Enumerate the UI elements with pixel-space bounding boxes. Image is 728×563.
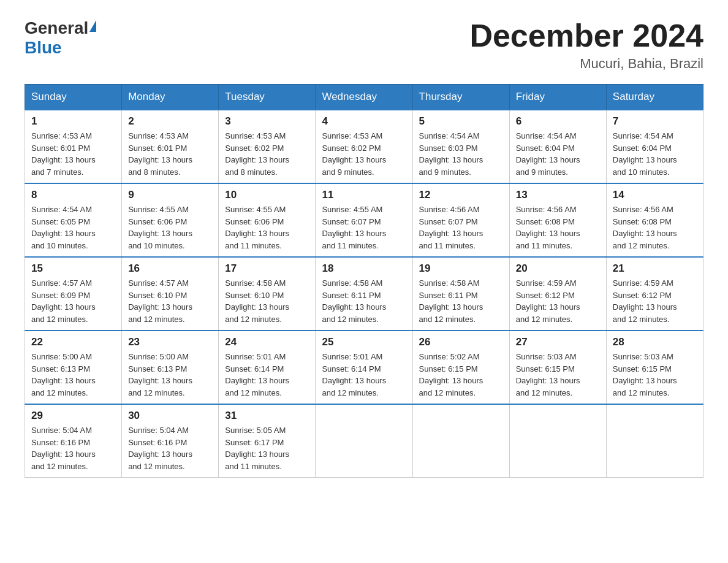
day-number: 28 <box>613 336 697 348</box>
day-info: Sunrise: 4:54 AMSunset: 6:03 PMDaylight:… <box>419 131 483 177</box>
day-info: Sunrise: 4:53 AMSunset: 6:02 PMDaylight:… <box>225 131 289 177</box>
day-number: 7 <box>613 115 697 128</box>
logo-blue: Blue <box>25 38 62 58</box>
location: Mucuri, Bahia, Brazil <box>469 56 703 72</box>
day-info: Sunrise: 4:57 AMSunset: 6:10 PMDaylight:… <box>128 278 192 324</box>
month-title: December 2024 <box>469 18 703 53</box>
calendar-cell: 1 Sunrise: 4:53 AMSunset: 6:01 PMDayligh… <box>25 110 122 183</box>
day-number: 3 <box>225 115 309 128</box>
calendar-cell: 11 Sunrise: 4:55 AMSunset: 6:07 PMDaylig… <box>316 183 412 257</box>
calendar-cell: 14 Sunrise: 4:56 AMSunset: 6:08 PMDaylig… <box>606 183 703 257</box>
day-info: Sunrise: 4:59 AMSunset: 6:12 PMDaylight:… <box>613 278 677 324</box>
day-number: 4 <box>322 115 406 128</box>
calendar-cell: 23 Sunrise: 5:00 AMSunset: 6:13 PMDaylig… <box>122 331 219 404</box>
day-number: 20 <box>516 262 600 275</box>
calendar-cell: 26 Sunrise: 5:02 AMSunset: 6:15 PMDaylig… <box>412 331 509 404</box>
day-info: Sunrise: 4:59 AMSunset: 6:12 PMDaylight:… <box>516 278 580 324</box>
day-number: 11 <box>322 189 406 201</box>
calendar-cell: 18 Sunrise: 4:58 AMSunset: 6:11 PMDaylig… <box>316 257 412 331</box>
day-info: Sunrise: 4:54 AMSunset: 6:05 PMDaylight:… <box>31 205 96 250</box>
calendar-cell: 13 Sunrise: 4:56 AMSunset: 6:08 PMDaylig… <box>509 183 606 257</box>
day-number: 22 <box>31 336 115 348</box>
calendar-cell: 28 Sunrise: 5:03 AMSunset: 6:15 PMDaylig… <box>606 331 703 404</box>
weekday-header-sunday: Sunday <box>25 85 122 110</box>
calendar-cell: 31 Sunrise: 5:05 AMSunset: 6:17 PMDaylig… <box>219 404 316 478</box>
calendar-cell: 22 Sunrise: 5:00 AMSunset: 6:13 PMDaylig… <box>25 331 122 404</box>
day-info: Sunrise: 5:04 AMSunset: 6:16 PMDaylight:… <box>128 426 192 471</box>
day-info: Sunrise: 5:05 AMSunset: 6:17 PMDaylight:… <box>225 426 289 471</box>
day-number: 1 <box>31 115 115 128</box>
calendar-cell: 15 Sunrise: 4:57 AMSunset: 6:09 PMDaylig… <box>25 257 122 331</box>
day-number: 27 <box>516 336 600 348</box>
logo: General Blue <box>25 18 96 58</box>
day-number: 13 <box>516 189 600 201</box>
calendar-cell: 5 Sunrise: 4:54 AMSunset: 6:03 PMDayligh… <box>412 110 509 183</box>
weekday-header-saturday: Saturday <box>606 85 703 110</box>
weekday-header-thursday: Thursday <box>412 85 509 110</box>
day-number: 19 <box>419 262 503 275</box>
calendar-cell: 10 Sunrise: 4:55 AMSunset: 6:06 PMDaylig… <box>219 183 316 257</box>
day-number: 9 <box>128 189 212 201</box>
calendar-cell: 20 Sunrise: 4:59 AMSunset: 6:12 PMDaylig… <box>509 257 606 331</box>
weekday-header-monday: Monday <box>122 85 219 110</box>
day-number: 23 <box>128 336 212 348</box>
day-info: Sunrise: 4:54 AMSunset: 6:04 PMDaylight:… <box>613 131 677 177</box>
calendar-week-2: 8 Sunrise: 4:54 AMSunset: 6:05 PMDayligh… <box>25 183 703 257</box>
day-info: Sunrise: 4:58 AMSunset: 6:11 PMDaylight:… <box>419 278 483 324</box>
day-number: 2 <box>128 115 212 128</box>
logo-triangle-icon <box>89 20 96 32</box>
day-info: Sunrise: 4:53 AMSunset: 6:01 PMDaylight:… <box>31 131 96 177</box>
logo-general: General <box>25 18 88 38</box>
calendar-cell: 30 Sunrise: 5:04 AMSunset: 6:16 PMDaylig… <box>122 404 219 478</box>
day-info: Sunrise: 4:54 AMSunset: 6:04 PMDaylight:… <box>516 131 580 177</box>
day-info: Sunrise: 4:56 AMSunset: 6:08 PMDaylight:… <box>613 205 677 250</box>
day-number: 12 <box>419 189 503 201</box>
calendar-cell <box>412 404 509 478</box>
day-number: 16 <box>128 262 212 275</box>
calendar-cell <box>509 404 606 478</box>
calendar-cell: 4 Sunrise: 4:53 AMSunset: 6:02 PMDayligh… <box>316 110 412 183</box>
day-number: 30 <box>128 410 212 422</box>
calendar-week-1: 1 Sunrise: 4:53 AMSunset: 6:01 PMDayligh… <box>25 110 703 183</box>
day-info: Sunrise: 5:03 AMSunset: 6:15 PMDaylight:… <box>516 352 580 397</box>
day-number: 17 <box>225 262 309 275</box>
calendar-cell: 3 Sunrise: 4:53 AMSunset: 6:02 PMDayligh… <box>219 110 316 183</box>
day-info: Sunrise: 4:58 AMSunset: 6:11 PMDaylight:… <box>322 278 386 324</box>
calendar-cell: 16 Sunrise: 4:57 AMSunset: 6:10 PMDaylig… <box>122 257 219 331</box>
calendar-cell: 7 Sunrise: 4:54 AMSunset: 6:04 PMDayligh… <box>606 110 703 183</box>
calendar-week-3: 15 Sunrise: 4:57 AMSunset: 6:09 PMDaylig… <box>25 257 703 331</box>
calendar-cell: 29 Sunrise: 5:04 AMSunset: 6:16 PMDaylig… <box>25 404 122 478</box>
weekday-header-wednesday: Wednesday <box>316 85 412 110</box>
day-info: Sunrise: 5:04 AMSunset: 6:16 PMDaylight:… <box>31 426 96 471</box>
day-info: Sunrise: 4:56 AMSunset: 6:07 PMDaylight:… <box>419 205 483 250</box>
calendar-cell: 17 Sunrise: 4:58 AMSunset: 6:10 PMDaylig… <box>219 257 316 331</box>
calendar-cell: 19 Sunrise: 4:58 AMSunset: 6:11 PMDaylig… <box>412 257 509 331</box>
calendar-cell: 9 Sunrise: 4:55 AMSunset: 6:06 PMDayligh… <box>122 183 219 257</box>
day-number: 5 <box>419 115 503 128</box>
calendar-cell: 21 Sunrise: 4:59 AMSunset: 6:12 PMDaylig… <box>606 257 703 331</box>
day-number: 14 <box>613 189 697 201</box>
calendar-cell: 6 Sunrise: 4:54 AMSunset: 6:04 PMDayligh… <box>509 110 606 183</box>
calendar-cell <box>606 404 703 478</box>
day-info: Sunrise: 5:02 AMSunset: 6:15 PMDaylight:… <box>419 352 483 397</box>
day-info: Sunrise: 4:55 AMSunset: 6:06 PMDaylight:… <box>128 205 192 250</box>
day-number: 24 <box>225 336 309 348</box>
calendar-cell <box>316 404 412 478</box>
weekday-header-row: SundayMondayTuesdayWednesdayThursdayFrid… <box>25 85 703 110</box>
day-number: 26 <box>419 336 503 348</box>
day-info: Sunrise: 4:55 AMSunset: 6:06 PMDaylight:… <box>225 205 289 250</box>
calendar-cell: 2 Sunrise: 4:53 AMSunset: 6:01 PMDayligh… <box>122 110 219 183</box>
day-number: 8 <box>31 189 115 201</box>
day-number: 6 <box>516 115 600 128</box>
day-number: 31 <box>225 410 309 422</box>
weekday-header-tuesday: Tuesday <box>219 85 316 110</box>
day-number: 18 <box>322 262 406 275</box>
day-info: Sunrise: 4:58 AMSunset: 6:10 PMDaylight:… <box>225 278 289 324</box>
day-number: 15 <box>31 262 115 275</box>
calendar-week-5: 29 Sunrise: 5:04 AMSunset: 6:16 PMDaylig… <box>25 404 703 478</box>
day-info: Sunrise: 4:53 AMSunset: 6:01 PMDaylight:… <box>128 131 192 177</box>
page-header: General Blue December 2024 Mucuri, Bahia… <box>25 18 703 72</box>
calendar-table: SundayMondayTuesdayWednesdayThursdayFrid… <box>25 84 703 478</box>
calendar-cell: 24 Sunrise: 5:01 AMSunset: 6:14 PMDaylig… <box>219 331 316 404</box>
day-number: 10 <box>225 189 309 201</box>
